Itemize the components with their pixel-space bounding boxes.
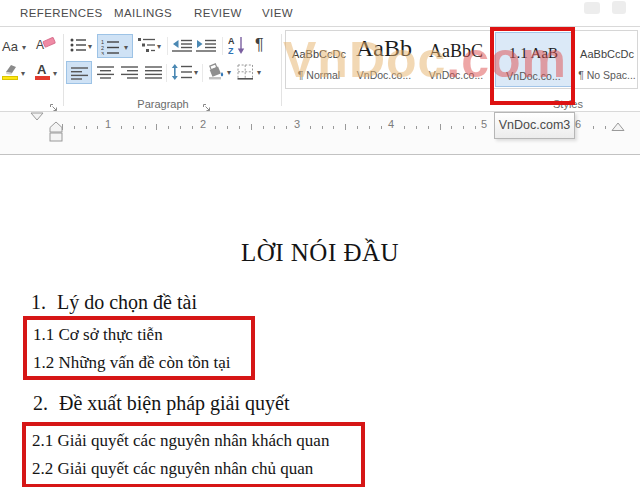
style-tooltip: VnDoc.com3 <box>494 112 575 139</box>
style-sample: AaBbCcDc <box>577 48 637 60</box>
svg-text:Z: Z <box>228 46 234 55</box>
ribbon-tab-bar: REFERENCES MAILINGS REVIEW VIEW <box>0 0 640 27</box>
style-item-vndoc1[interactable]: AaBb VnDoc.co... <box>351 32 417 87</box>
show-formatting-marks-button[interactable]: ¶ <box>255 36 264 54</box>
line-spacing-icon[interactable] <box>171 64 192 80</box>
heading-number: 2. <box>33 392 48 415</box>
highlight-pen-icon[interactable] <box>2 64 19 75</box>
subheading-1-1[interactable]: 1.1 Cơ sở thực tiễn <box>33 325 163 345</box>
heading-text: Lý do chọn đề tài <box>57 291 197 313</box>
numbered-list-button[interactable]: 123 ▾ <box>97 34 133 58</box>
multilevel-list-icon[interactable] <box>138 38 155 52</box>
chevron-down-icon: ▾ <box>124 44 128 52</box>
styles-gallery: AaBbCcDc ¶ Normal AaBb VnDoc.co... AaBbC… <box>285 30 638 89</box>
chevron-down-icon[interactable]: ▾ <box>257 69 261 77</box>
align-center-icon[interactable] <box>97 66 114 79</box>
change-case-button[interactable]: Aa <box>2 39 18 54</box>
justify-icon[interactable] <box>145 66 162 79</box>
separator <box>222 37 223 55</box>
red-annotation-box-style <box>490 27 575 105</box>
right-indent-marker[interactable] <box>611 122 625 132</box>
bullet-list-icon[interactable] <box>70 38 86 52</box>
style-sample: AaBbCcDc <box>289 48 349 60</box>
ruler-number: 1 <box>102 118 114 130</box>
style-name: ¶ Normal <box>289 69 349 81</box>
decrease-indent-icon[interactable] <box>172 39 192 52</box>
style-item-vndoc2[interactable]: AaBbC VnDoc.co... <box>419 32 493 87</box>
style-name: VnDoc.co... <box>419 69 493 81</box>
group-separator <box>63 34 64 106</box>
style-name: ¶ No Spac... <box>577 69 637 81</box>
ruler-number: 3 <box>291 118 303 130</box>
style-item-normal[interactable]: AaBbCcDc ¶ Normal <box>289 32 349 87</box>
ruler-number: 5 <box>478 118 490 130</box>
heading-1[interactable]: 1.Lý do chọn đề tài <box>31 291 197 314</box>
chevron-down-icon[interactable]: ▾ <box>22 44 26 52</box>
chevron-down-icon[interactable]: ▾ <box>194 69 198 77</box>
tab-review[interactable]: REVIEW <box>194 7 242 19</box>
numbered-list-icon: 123 <box>101 39 119 55</box>
word-window: REFERENCES MAILINGS REVIEW VIEW Aa ▾ A ▾… <box>0 0 640 487</box>
chevron-down-icon[interactable]: ▾ <box>88 43 92 51</box>
font-color-button[interactable]: A <box>37 62 46 77</box>
heading-2[interactable]: 2.Đề xuất biện pháp giải quyết <box>33 392 290 415</box>
svg-text:3: 3 <box>101 51 104 56</box>
style-sample: AaBb <box>351 35 417 62</box>
document-title[interactable]: LỜI NÓI ĐẦU <box>0 239 640 267</box>
ribbon: Aa ▾ A ▾ A ▾ ▾ 123 ▾ <box>0 28 640 112</box>
ruler-number: 4 <box>385 118 397 130</box>
separator <box>202 64 203 82</box>
document-page[interactable]: LỜI NÓI ĐẦU 1.Lý do chọn đề tài 1.1 Cơ s… <box>0 155 640 487</box>
chevron-down-icon[interactable]: ▾ <box>21 70 25 78</box>
separator <box>166 64 167 82</box>
chevron-down-icon[interactable]: ▾ <box>53 70 57 78</box>
shading-bucket-icon[interactable] <box>206 63 225 80</box>
borders-icon[interactable] <box>237 64 254 80</box>
chevron-down-icon[interactable]: ▾ <box>227 69 231 77</box>
align-left-button[interactable] <box>66 61 92 84</box>
font-color-bar <box>35 76 50 80</box>
ruler-number: 2 <box>197 118 209 130</box>
left-indent-marker[interactable] <box>49 121 63 143</box>
style-name: VnDoc.co... <box>351 69 417 81</box>
paragraph-group-label: Paragraph <box>118 98 208 110</box>
subheading-2-1[interactable]: 2.1 Giải quyết các nguyên nhân khách qua… <box>32 431 329 451</box>
faint-watermark-mark <box>584 2 600 14</box>
style-sample: AaBbC <box>419 41 493 62</box>
subheading-1-2[interactable]: 1.2 Những vấn đề còn tồn tại <box>33 353 231 373</box>
group-separator <box>281 34 282 106</box>
increase-indent-icon[interactable] <box>196 39 216 52</box>
tab-mailings[interactable]: MAILINGS <box>114 7 172 19</box>
align-right-icon[interactable] <box>121 66 138 79</box>
subheading-2-2[interactable]: 2.2 Giải quyết các nguyên nhân chủ quan <box>32 459 313 479</box>
red-annotation-box-2: 2.1 Giải quyết các nguyên nhân khách qua… <box>22 422 365 487</box>
svg-text:A: A <box>228 36 235 46</box>
align-left-icon <box>71 67 88 80</box>
sort-icon[interactable]: A Z <box>228 35 246 55</box>
first-line-indent-marker[interactable] <box>30 112 44 121</box>
tab-view[interactable]: VIEW <box>262 7 293 19</box>
heading-number: 1. <box>31 291 46 314</box>
red-annotation-box-1: 1.1 Cơ sở thực tiễn 1.2 Những vấn đề còn… <box>23 316 255 380</box>
heading-text: Đề xuất biện pháp giải quyết <box>59 392 290 414</box>
faint-watermark-mark <box>612 1 626 14</box>
chevron-down-icon[interactable]: ▾ <box>157 43 161 51</box>
separator <box>167 37 168 55</box>
highlight-color-bar <box>2 76 18 80</box>
style-item-no-spacing[interactable]: AaBbCcDc ¶ No Spac... <box>577 32 637 87</box>
eraser-icon <box>42 37 58 49</box>
tab-references[interactable]: REFERENCES <box>20 7 103 19</box>
